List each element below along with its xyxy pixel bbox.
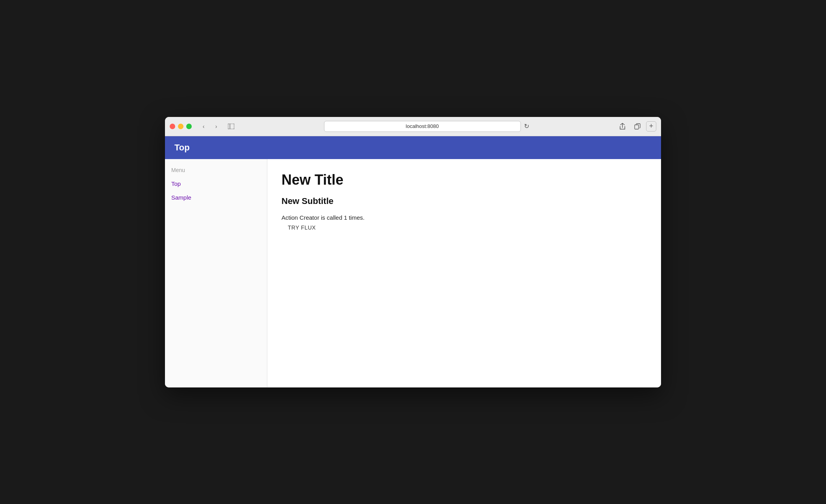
reload-button[interactable]: ↻ <box>524 122 529 130</box>
try-flux-button[interactable]: TRY FLUX <box>288 224 316 231</box>
back-icon: ‹ <box>203 123 205 130</box>
svg-rect-0 <box>228 124 234 129</box>
address-bar[interactable]: localhost:8080 <box>324 121 521 132</box>
sidebar-item-top[interactable]: Top <box>171 179 261 189</box>
sidebar-icon <box>228 124 234 129</box>
share-button[interactable] <box>616 121 629 132</box>
action-creator-text: Action Creator is called 1 times. <box>282 214 647 221</box>
reload-icon: ↻ <box>524 122 529 130</box>
browser-chrome: ‹ › localhost:8080 ↻ <box>165 117 661 136</box>
browser-window: ‹ › localhost:8080 ↻ <box>165 117 661 387</box>
sidebar-menu-label: Menu <box>171 167 261 173</box>
url-text: localhost:8080 <box>406 123 439 129</box>
forward-button[interactable]: › <box>211 122 222 131</box>
traffic-lights <box>170 124 192 129</box>
svg-rect-2 <box>635 125 639 129</box>
address-bar-container: localhost:8080 ↻ <box>241 121 612 132</box>
page-subtitle: New Subtitle <box>282 196 647 206</box>
duplicate-button[interactable] <box>631 121 644 132</box>
sidebar-toggle-button[interactable] <box>226 122 237 131</box>
new-tab-button[interactable]: + <box>646 121 656 132</box>
browser-actions: + <box>616 121 656 132</box>
app-body: Menu Top Sample New Title New Subtitle A… <box>165 159 661 387</box>
duplicate-icon <box>634 123 641 130</box>
nav-buttons: ‹ › <box>198 122 222 131</box>
sidebar-item-sample[interactable]: Sample <box>171 193 261 202</box>
share-icon <box>619 123 626 130</box>
page-title: New Title <box>282 172 647 188</box>
sidebar: Menu Top Sample <box>165 159 267 387</box>
app-topbar-title: Top <box>174 143 190 152</box>
main-content: New Title New Subtitle Action Creator is… <box>267 159 661 387</box>
plus-icon: + <box>649 122 654 130</box>
forward-icon: › <box>215 123 217 130</box>
minimize-button[interactable] <box>178 124 183 129</box>
app-topbar: Top <box>165 136 661 159</box>
fullscreen-button[interactable] <box>186 124 192 129</box>
close-button[interactable] <box>170 124 175 129</box>
back-button[interactable]: ‹ <box>198 122 209 131</box>
